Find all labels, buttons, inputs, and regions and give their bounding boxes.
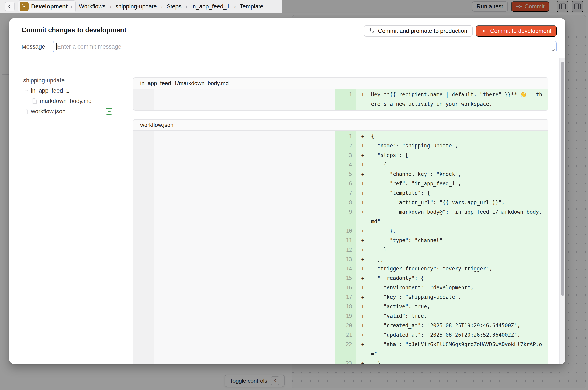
diff-line: 21+ "updated_at": "2025-08-26T20:26:52.3… [133,330,548,340]
diff-line: 1+{ [133,131,548,141]
chevron-right-icon: › [234,3,236,10]
chevron-right-icon: › [185,3,188,10]
message-row: Message Enter a commit message [21,41,557,52]
commit-to-development-button[interactable]: Commit to development [476,25,557,37]
added-file-badge[interactable] [106,108,112,115]
breadcrumb-workflows[interactable]: Workflows [79,3,106,10]
breadcrumb-workflow-key[interactable]: shipping-update [115,3,157,10]
breadcrumb-step[interactable]: in_app_feed_1 [191,3,230,10]
modal-header: Commit changes to development Commit and… [9,18,565,58]
promote-branch-icon [369,28,375,34]
diff-body: 1+{2+ "name": "shipping-update",3+ "step… [133,131,548,364]
chevron-right-icon: › [70,3,72,10]
chevron-right-icon: › [109,3,112,10]
commit-promote-button[interactable]: Commit and promote to production [364,25,473,37]
file-icon [32,98,37,104]
diff-line: 16+ "environment": "development", [133,283,548,292]
modal-body: shipping-update in_app_feed_1 [9,58,565,364]
message-placeholder: Enter a commit message [57,44,121,50]
promote-label: Commit and promote to production [378,28,467,34]
commit-modal: Commit changes to development Commit and… [9,18,565,364]
diff-card-markdown-body: in_app_feed_1/markdown_body.md 1+Hey **{… [133,77,548,110]
modal-actions: Commit and promote to production Commit … [364,25,557,37]
diff-line: 1+Hey **{{ recipient.name | default: "th… [133,89,548,110]
diff-line: 7+ "template": { [133,188,548,198]
tree-file-markdown-body[interactable]: markdown_body.md [32,96,112,106]
commit-message-input[interactable]: Enter a commit message [53,41,557,52]
commit-to-development-label: Commit to development [490,28,551,34]
tree-folder-in-app-feed[interactable]: in_app_feed_1 [23,86,112,96]
diff-line: 8+ "action_url": "{{ vars.app_url }}", [133,198,548,207]
tree-workflow-root: shipping-update [23,75,112,86]
folder-label: in_app_feed_1 [31,88,69,94]
diff-line: 14+ "trigger_frequency": "every_trigger"… [133,264,548,274]
workflow-key-label: shipping-update [23,77,64,84]
diff-line: 17+ "key": "shipping-update", [133,292,548,302]
diff-line: 4+ { [133,160,548,169]
file-label: markdown_body.md [40,98,92,104]
diff-line: 15+ "__readonly": { [133,274,548,283]
back-button[interactable] [5,1,15,11]
file-label: workflow.json [31,108,66,115]
diff-line: 11+ "type": "channel" [133,236,548,245]
message-label: Message [21,44,45,50]
breadcrumb-steps[interactable]: Steps [167,3,181,10]
commit-icon [481,28,487,34]
diff-line: 2+ "name": "shipping-update", [133,141,548,150]
added-file-badge[interactable] [106,98,112,104]
diff-line: 9+ "markdown_body@": "in_app_feed_1/mark… [133,207,548,226]
environment-selector[interactable]: Development › [18,0,76,12]
environment-icon [20,2,29,11]
modal-scrollbar-track[interactable] [559,58,565,364]
diff-line: 13+ ], [133,254,548,264]
chevron-left-icon [7,4,12,9]
breadcrumb: Workflows › shipping-update › Steps › in… [79,3,263,10]
screen: Run a test Commit [0,0,588,390]
diff-card-workflow-json: workflow.json 1+{2+ "name": "shipping-up… [133,119,548,364]
text-caret [56,43,57,50]
diff-line: 12+ } [133,245,548,254]
diff-body: 1+Hey **{{ recipient.name | default: "th… [133,89,548,110]
diff-line: 18+ "active": true, [133,302,548,311]
file-icon [23,108,28,114]
diff-filename: in_app_feed_1/markdown_body.md [133,78,548,89]
tree-file-workflow-json[interactable]: workflow.json [23,106,112,116]
breadcrumb-template[interactable]: Template [240,3,263,10]
diff-line: 23+ } [133,359,548,364]
diff-line: 10+ }, [133,226,548,236]
breadcrumb-bar: Development › Workflows › shipping-updat… [0,0,282,13]
modal-title: Commit changes to development [21,26,126,34]
diff-line: 3+ "steps": [ [133,150,548,160]
diff-filename: workflow.json [133,120,548,131]
resize-grip-icon[interactable] [551,47,555,51]
diff-line: 20+ "created_at": "2025-08-25T19:29:46.6… [133,321,548,330]
environment-label: Development [31,3,68,10]
diff-line: 6+ "ref": "in_app_feed_1", [133,179,548,188]
chevron-down-icon [23,88,29,94]
diff-pane: in_app_feed_1/markdown_body.md 1+Hey **{… [123,58,565,364]
chevron-right-icon: › [161,3,163,10]
changed-files-tree: shipping-update in_app_feed_1 [9,58,123,364]
diff-line: 22+ "sha": "pJeLVir6xIlUCMGqs9qroZoUAVDS… [133,340,548,359]
modal-scrollbar-thumb[interactable] [561,62,564,296]
diff-line: 19+ "valid": true, [133,311,548,321]
diff-line: 5+ "channel_key": "knock", [133,169,548,179]
tree-children: markdown_body.md [26,96,112,106]
